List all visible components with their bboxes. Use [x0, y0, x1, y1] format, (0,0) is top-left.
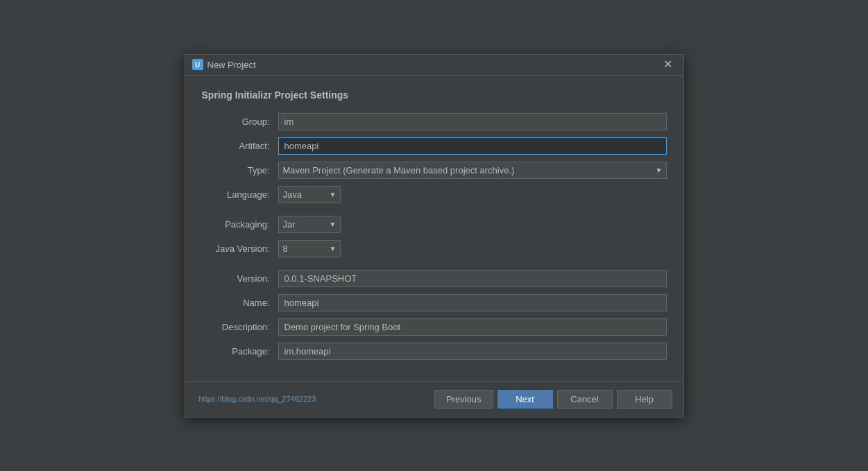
- group-input[interactable]: [278, 113, 667, 130]
- language-select-wrapper: Java Kotlin Groovy ▼: [278, 186, 341, 203]
- title-bar-left: U New Project: [192, 59, 256, 70]
- version-row: Version:: [202, 270, 667, 287]
- close-button[interactable]: ✕: [659, 58, 676, 71]
- artifact-label: Artifact:: [202, 141, 278, 151]
- spacer1: [202, 210, 667, 216]
- java-version-label: Java Version:: [202, 243, 278, 254]
- spacer2: [202, 264, 667, 270]
- new-project-dialog: U New Project ✕ Spring Initializr Projec…: [185, 54, 684, 418]
- packaging-label: Packaging:: [202, 219, 278, 230]
- type-row: Type: Maven Project (Generate a Maven ba…: [202, 162, 667, 179]
- packaging-select[interactable]: Jar War: [278, 216, 341, 233]
- packaging-select-wrapper: Jar War ▼: [278, 216, 341, 233]
- window-title: New Project: [207, 60, 256, 70]
- artifact-input[interactable]: [278, 137, 667, 155]
- next-button[interactable]: Next: [497, 390, 553, 409]
- group-row: Group:: [202, 113, 667, 130]
- java-version-select[interactable]: 8 11 17: [278, 240, 341, 257]
- type-label: Type:: [202, 165, 278, 175]
- language-row: Language: Java Kotlin Groovy ▼: [202, 186, 667, 203]
- dialog-footer: https://blog.csdn.net/qq_27462223 Previo…: [185, 381, 683, 417]
- title-bar: U New Project ✕: [185, 55, 683, 76]
- type-select-wrapper: Maven Project (Generate a Maven based pr…: [278, 162, 667, 179]
- type-select[interactable]: Maven Project (Generate a Maven based pr…: [278, 162, 667, 179]
- name-row: Name:: [202, 294, 667, 311]
- name-label: Name:: [202, 298, 278, 308]
- package-row: Package:: [202, 343, 667, 360]
- artifact-row: Artifact:: [202, 137, 667, 155]
- section-title: Spring Initializr Project Settings: [202, 89, 667, 101]
- language-select[interactable]: Java Kotlin Groovy: [278, 186, 341, 203]
- name-input[interactable]: [278, 294, 667, 311]
- package-label: Package:: [202, 346, 278, 357]
- description-input[interactable]: [278, 318, 667, 336]
- previous-button[interactable]: Previous: [434, 390, 493, 409]
- description-label: Description:: [202, 322, 278, 332]
- packaging-row: Packaging: Jar War ▼: [202, 216, 667, 233]
- package-input[interactable]: [278, 343, 667, 360]
- description-row: Description:: [202, 318, 667, 336]
- language-label: Language:: [202, 189, 278, 200]
- version-label: Version:: [202, 273, 278, 284]
- java-version-select-wrapper: 8 11 17 ▼: [278, 240, 341, 257]
- help-button[interactable]: Help: [617, 390, 672, 409]
- java-version-row: Java Version: 8 11 17 ▼: [202, 240, 667, 257]
- url-hint: https://blog.csdn.net/qq_27462223: [199, 395, 316, 403]
- version-input[interactable]: [278, 270, 667, 287]
- cancel-button[interactable]: Cancel: [557, 390, 613, 409]
- app-icon: U: [192, 59, 203, 70]
- group-label: Group:: [202, 117, 278, 127]
- dialog-content: Spring Initializr Project Settings Group…: [185, 76, 683, 381]
